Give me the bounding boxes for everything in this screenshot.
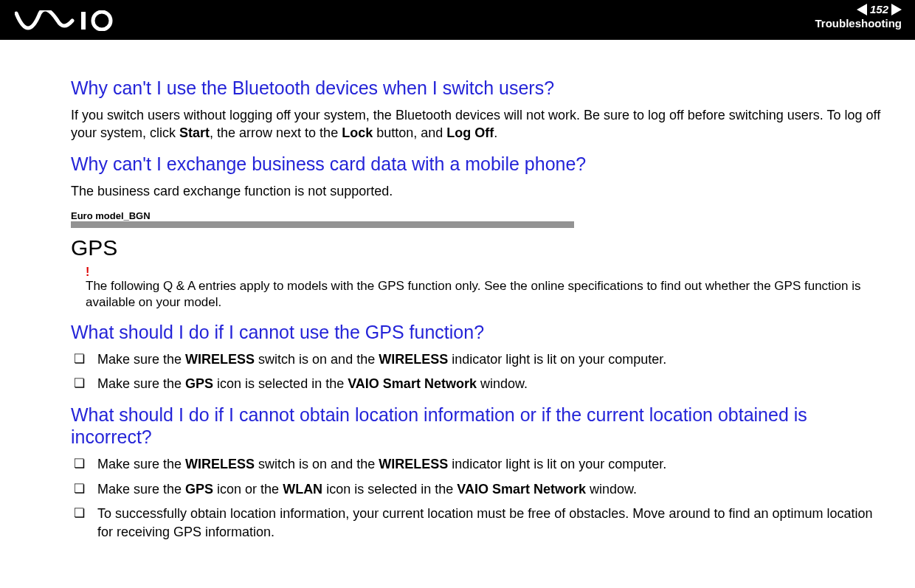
- gps-note-text: The following Q & A entries apply to mod…: [86, 278, 885, 311]
- question-4-heading: What should I do if I cannot obtain loca…: [71, 404, 885, 448]
- svg-point-1: [93, 12, 111, 30]
- list-item: To successfully obtain location informat…: [71, 505, 885, 542]
- question-1-body: If you switch users without logging off …: [71, 106, 885, 142]
- question-3-heading: What should I do if I cannot use the GPS…: [71, 321, 885, 343]
- page-header: 152 Troubleshooting: [0, 0, 915, 40]
- prev-page-icon[interactable]: [857, 4, 867, 15]
- list-item: Make sure the GPS icon is selected in th…: [71, 375, 885, 393]
- question-3-list: Make sure the WIRELESS switch is on and …: [71, 350, 885, 393]
- header-nav: 152 Troubleshooting: [815, 3, 902, 30]
- question-2-heading: Why can't I exchange business card data …: [71, 153, 885, 175]
- question-1-heading: Why can't I use the Bluetooth devices wh…: [71, 77, 885, 99]
- gps-section-title: GPS: [71, 235, 885, 260]
- svg-rect-0: [81, 12, 86, 30]
- list-item: Make sure the GPS icon or the WLAN icon …: [71, 480, 885, 499]
- page-content: Why can't I use the Bluetooth devices wh…: [0, 40, 915, 542]
- subsection-tag: Euro model_BGN: [71, 210, 885, 221]
- list-item: Make sure the WIRELESS switch is on and …: [71, 455, 885, 474]
- vaio-logo: [15, 10, 118, 31]
- question-4-list: Make sure the WIRELESS switch is on and …: [71, 455, 885, 542]
- question-2-body: The business card exchange function is n…: [71, 182, 885, 200]
- gps-warning-note: ! The following Q & A entries apply to m…: [71, 266, 885, 311]
- page-number: 152: [870, 3, 888, 15]
- warning-icon: !: [86, 266, 885, 278]
- divider-bar: [71, 221, 574, 228]
- next-page-icon[interactable]: [891, 4, 902, 15]
- header-section-title: Troubleshooting: [815, 17, 902, 30]
- list-item: Make sure the WIRELESS switch is on and …: [71, 350, 885, 369]
